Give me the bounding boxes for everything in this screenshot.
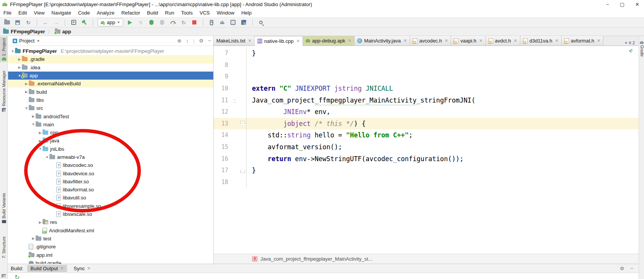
editor-tab-makelists-txt[interactable]: MakeLists.txt✕ — [214, 36, 255, 46]
tree-expand-arrow-icon[interactable]: ▼ — [45, 155, 49, 159]
device-monitor-icon[interactable] — [219, 19, 226, 26]
inspections-ok-icon[interactable]: ✔ — [629, 47, 633, 53]
stripe-tab-1-project[interactable]: 1: Project — [0, 37, 8, 62]
tree-item-libswresample-so[interactable]: ?libswresample.so — [8, 202, 213, 210]
close-tab-icon[interactable]: ✕ — [513, 38, 517, 43]
tree-item-src[interactable]: ▼src — [8, 104, 213, 112]
tree-item-libs[interactable]: libs — [8, 96, 213, 104]
fold-marker-icon[interactable] — [240, 168, 245, 173]
menu-item-build[interactable]: Build — [144, 8, 162, 17]
stripe-tab-resource-manager[interactable]: Resource Manager — [0, 70, 8, 112]
run-tool-window-icon[interactable] — [70, 19, 77, 26]
line-number[interactable]: 9 — [214, 73, 231, 80]
breadcrumb-project[interactable]: FFmpegPlayer — [11, 29, 45, 34]
tree-expand-arrow-icon[interactable]: ▶ — [17, 65, 22, 69]
close-tab-icon[interactable]: ✕ — [296, 39, 300, 44]
tree-item--idea[interactable]: ▶.idea — [8, 64, 213, 72]
tree-expand-arrow-icon[interactable]: ▼ — [38, 147, 42, 151]
line-number[interactable]: 7 — [214, 50, 231, 57]
maximize-button[interactable]: ▢ — [620, 2, 624, 7]
build-settings-gear-icon[interactable]: ⚙ — [620, 266, 624, 271]
locate-file-icon[interactable]: ⊕ — [177, 38, 181, 44]
tree-expand-arrow-icon[interactable]: ▶ — [31, 114, 36, 118]
close-tab-icon[interactable]: ✕ — [445, 38, 448, 43]
line-number[interactable]: 16 — [214, 155, 231, 162]
tree-item-build[interactable]: ▶build — [8, 88, 213, 96]
editor-tab-avformat-h[interactable]: avformat.h✕ — [562, 36, 604, 46]
line-number[interactable]: 10 — [214, 85, 231, 92]
tree-item--externalnativebuild[interactable]: ▶.externalNativeBuild — [8, 80, 213, 88]
open-file-icon[interactable] — [3, 19, 11, 26]
minimize-button[interactable]: − — [606, 2, 609, 7]
stop-icon[interactable] — [191, 19, 198, 26]
editor-tab-mainactivity-java[interactable]: CMainActivity.java✕ — [355, 36, 410, 46]
close-tab-icon[interactable]: ✕ — [555, 38, 558, 43]
close-tab-icon[interactable]: ✕ — [60, 266, 64, 271]
tree-expand-arrow-icon[interactable]: ▶ — [17, 57, 22, 61]
hide-build-panel-icon[interactable]: − — [630, 266, 633, 271]
close-tab-icon[interactable]: ✕ — [348, 38, 351, 43]
run-configuration-select[interactable]: app ▼ — [98, 18, 123, 26]
tree-item-libswscale-so[interactable]: ?libswscale.so — [8, 210, 213, 218]
debug-icon[interactable] — [148, 19, 155, 26]
close-tab-icon[interactable]: ✕ — [248, 38, 252, 43]
editor-tab-native-lib-cpp[interactable]: C++native-lib.cpp✕ — [255, 36, 303, 46]
tree-item-armeabi-v7a[interactable]: ▼armeabi-v7a — [8, 153, 213, 161]
menu-item-help[interactable]: Help — [238, 8, 255, 17]
apply-changes-icon[interactable]: ↯ — [137, 19, 145, 26]
tree-item-androidmanifest-xml[interactable]: AndroidManifest.xml — [8, 227, 213, 235]
tree-item-androidtest[interactable]: ▶androidTest — [8, 112, 213, 120]
collapse-all-icon[interactable]: ↕ — [186, 38, 189, 44]
line-number[interactable]: 14 — [214, 132, 231, 139]
close-tab-icon[interactable]: ✕ — [404, 38, 407, 43]
code-editor[interactable]: 7}8910extern "C" JNIEXPORT jstring JNICA… — [214, 46, 639, 254]
tree-item-main[interactable]: ▼main — [8, 121, 213, 129]
menu-item-run[interactable]: Run — [162, 8, 178, 17]
sync-icon[interactable]: ↻ — [25, 19, 32, 26]
tree-item-build-gradle[interactable]: build.gradle — [8, 259, 213, 264]
run-icon[interactable] — [126, 19, 134, 26]
menu-item-navigate[interactable]: Navigate — [48, 8, 74, 17]
close-tab-icon[interactable]: ✕ — [597, 38, 600, 43]
close-tab-icon[interactable]: ✕ — [479, 38, 482, 43]
tree-item-libavcodec-so[interactable]: ?libavcodec.so — [8, 161, 213, 169]
line-number[interactable]: 17 — [214, 167, 231, 174]
close-button[interactable]: ✕ — [635, 2, 639, 7]
rerun-build-icon[interactable]: ↻ — [15, 274, 20, 279]
line-number[interactable]: 15 — [214, 144, 231, 150]
line-number[interactable]: 13 — [214, 120, 231, 127]
tree-item-libavutil-so[interactable]: ?libavutil.so — [8, 194, 213, 202]
menu-item-window[interactable]: Window — [213, 8, 238, 17]
line-number[interactable]: 18 — [214, 179, 231, 186]
hide-panel-icon[interactable]: − — [208, 38, 211, 44]
tree-item-java[interactable]: ▶java — [8, 137, 213, 145]
tree-item--gradle[interactable]: ▶.gradle — [8, 55, 213, 63]
tree-item-libavfilter-so[interactable]: ?libavfilter.so — [8, 178, 213, 186]
tool-window-switcher-icon[interactable] — [2, 274, 6, 277]
search-everywhere-icon[interactable] — [257, 19, 265, 26]
breadcrumb-module[interactable]: app — [62, 29, 71, 34]
sdk-manager-icon[interactable] — [229, 19, 237, 26]
build-hammer-icon[interactable] — [80, 19, 88, 26]
menu-item-file[interactable]: File — [0, 8, 15, 17]
line-number[interactable]: 8 — [214, 62, 231, 69]
tree-expand-arrow-icon[interactable]: ▼ — [10, 49, 15, 53]
tree-expand-arrow-icon[interactable]: ▼ — [31, 122, 36, 126]
tree-item-jnilibs[interactable]: ▼jniLibs — [8, 145, 213, 153]
tree-item-libavdevice-so[interactable]: ?libavdevice.so — [8, 169, 213, 177]
tree-expand-arrow-icon[interactable]: ▶ — [38, 131, 42, 135]
current-function-name[interactable]: Java_com_project_ffmpegplayer_MainActivi… — [260, 256, 372, 262]
build-tab-build-output[interactable]: Build Output✕ — [27, 265, 67, 272]
tree-item-ffmpegplayer[interactable]: ▼FFmpegPlayerE:\projectdown\wlplayer-mas… — [8, 47, 213, 55]
panel-settings-gear-icon[interactable]: ⚙ — [199, 38, 204, 44]
stripe-tab-7-structure[interactable]: 7: Structure — [0, 237, 8, 258]
project-view-selector[interactable]: Project — [19, 38, 34, 44]
close-tab-icon[interactable]: ✕ — [87, 266, 90, 271]
save-all-icon[interactable] — [14, 19, 21, 26]
tree-item-res[interactable]: ▶res — [8, 218, 213, 226]
menu-item-code[interactable]: Code — [75, 8, 93, 17]
line-number[interactable]: 12 — [214, 108, 231, 115]
menu-item-vcs[interactable]: VCS — [196, 8, 213, 17]
tree-item-cpp[interactable]: ▶cpp — [8, 129, 213, 137]
tree-item-test[interactable]: ▶test — [8, 235, 213, 243]
